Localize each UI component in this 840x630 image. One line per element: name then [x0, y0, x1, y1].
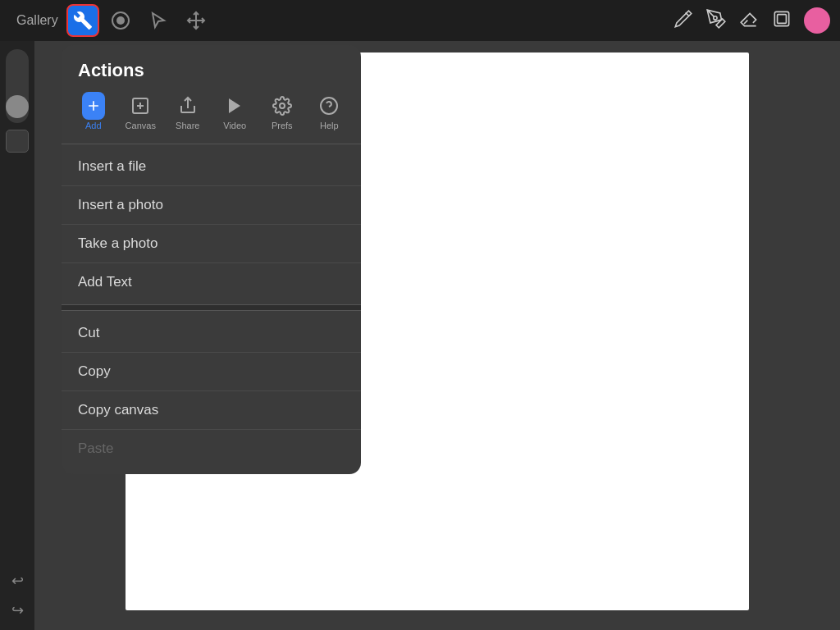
wrench-icon — [73, 11, 93, 30]
svg-rect-4 — [778, 15, 787, 24]
toolbar-left: Gallery — [10, 4, 216, 37]
adjust-icon — [111, 11, 130, 30]
eraser-icon — [738, 8, 760, 30]
menu-divider — [62, 304, 361, 311]
transform-icon — [186, 11, 206, 30]
tab-share-label: Share — [176, 121, 199, 130]
color-button[interactable] — [6, 130, 29, 153]
cut-item[interactable]: Cut — [62, 314, 361, 353]
take-photo-item[interactable]: Take a photo — [62, 225, 361, 263]
layers-button[interactable] — [771, 8, 792, 33]
svg-point-2 — [714, 16, 717, 20]
eraser-tool-button[interactable] — [738, 8, 760, 33]
pencil-tool-button[interactable] — [673, 8, 694, 33]
tab-prefs-label: Prefs — [272, 121, 293, 130]
tab-help[interactable]: Help — [306, 91, 354, 134]
top-toolbar: Gallery — [0, 0, 840, 41]
tab-add[interactable]: Add — [70, 91, 117, 134]
copy-canvas-item[interactable]: Copy canvas — [62, 391, 361, 430]
canvas-icon — [130, 96, 150, 116]
actions-title: Actions — [62, 45, 361, 91]
paste-item[interactable]: Paste — [62, 430, 361, 468]
tab-canvas-label: Canvas — [126, 121, 156, 130]
tab-share-icon — [176, 94, 199, 117]
svg-point-8 — [280, 103, 285, 108]
undo-button[interactable]: ↩ — [6, 569, 29, 592]
left-sidebar: ↩ ↪ — [0, 41, 34, 630]
svg-marker-7 — [229, 98, 240, 113]
actions-panel: Actions Add Canvas — [62, 45, 361, 474]
transform-tool-button[interactable] — [180, 4, 212, 37]
pen-tool-button[interactable] — [705, 8, 727, 33]
tab-canvas[interactable]: Canvas — [117, 91, 165, 134]
toolbar-right — [673, 7, 830, 34]
tab-help-icon — [317, 94, 340, 117]
share-icon — [178, 96, 198, 116]
svg-point-1 — [116, 16, 125, 25]
tab-video-icon — [223, 94, 246, 117]
tab-prefs-icon — [271, 94, 294, 117]
avatar[interactable] — [804, 7, 830, 34]
copy-item[interactable]: Copy — [62, 353, 361, 391]
menu-group-clipboard: Cut Copy Copy canvas Paste — [62, 311, 361, 471]
brush-size-thumb — [6, 95, 29, 118]
tab-help-label: Help — [320, 121, 339, 130]
pencil-icon — [673, 8, 694, 30]
redo-button[interactable]: ↪ — [6, 599, 29, 622]
brush-size-slider[interactable] — [6, 49, 29, 123]
adjust-tool-button[interactable] — [104, 4, 137, 37]
tab-video-label: Video — [223, 121, 246, 130]
gallery-button[interactable]: Gallery — [10, 10, 65, 31]
add-text-item[interactable]: Add Text — [62, 263, 361, 301]
layers-icon — [771, 8, 792, 30]
tab-canvas-icon — [129, 94, 152, 117]
tab-prefs[interactable]: Prefs — [258, 91, 306, 134]
pen-icon — [705, 8, 727, 30]
insert-file-item[interactable]: Insert a file — [62, 148, 361, 186]
tab-add-icon — [82, 94, 105, 117]
video-play-icon — [225, 96, 244, 116]
menu-group-insert: Insert a file Insert a photo Take a phot… — [62, 144, 361, 304]
add-icon — [85, 98, 102, 114]
tab-share[interactable]: Share — [164, 91, 212, 134]
help-icon — [319, 96, 339, 116]
insert-photo-item[interactable]: Insert a photo — [62, 186, 361, 225]
prefs-icon — [272, 96, 292, 116]
selection-tool-button[interactable] — [142, 4, 175, 37]
selection-icon — [148, 11, 168, 30]
tab-video[interactable]: Video — [212, 91, 259, 134]
tab-add-label: Add — [85, 121, 102, 130]
actions-tab-bar: Add Canvas Share — [62, 91, 361, 144]
actions-tool-button[interactable] — [66, 4, 99, 37]
